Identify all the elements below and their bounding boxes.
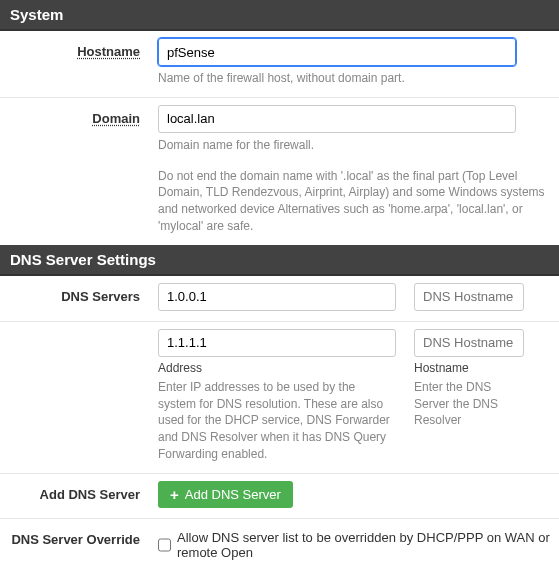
help-hostname: Name of the firewall host, without domai… [158,70,553,87]
hostname-help: Enter the DNS Server the DNS Resolver [414,379,524,429]
row-dns-servers-2: Address Enter IP addresses to be used by… [0,321,559,473]
row-hostname: Hostname Name of the firewall host, with… [0,31,559,97]
field-dns-servers [152,283,559,321]
dns-row-0 [158,283,553,311]
plus-icon: + [170,487,179,502]
field-add-dns: + Add DNS Server [152,481,559,518]
override-checkbox-label: Allow DNS server list to be overridden b… [177,530,553,560]
row-override: DNS Server Override Allow DNS server lis… [0,518,559,567]
note-domain: Do not end the domain name with '.local'… [158,168,553,235]
panel-header-dns: DNS Server Settings [0,245,559,276]
dns-ip-input-0[interactable] [158,283,396,311]
help-domain: Domain name for the firewall. [158,137,553,154]
label-hostname: Hostname [0,38,152,97]
hostname-sublabel: Hostname [414,361,524,375]
override-checkbox[interactable] [158,538,171,552]
label-add-dns: Add DNS Server [0,481,152,518]
label-override: DNS Server Override [0,526,152,567]
address-help: Enter IP addresses to be used by the sys… [158,379,396,463]
hostname-input[interactable] [158,38,516,66]
row-dns-servers: DNS Servers [0,276,559,321]
field-override: Allow DNS server list to be overridden b… [152,526,559,567]
domain-input[interactable] [158,105,516,133]
row-domain: Domain Domain name for the firewall. Do … [0,97,559,245]
dns-hostname-input-0[interactable] [414,283,524,311]
add-dns-server-button[interactable]: + Add DNS Server [158,481,293,508]
dns-hostname-input-1[interactable] [414,329,524,357]
override-checkbox-row: Allow DNS server list to be overridden b… [158,526,553,560]
label-dns-servers: DNS Servers [0,283,152,321]
row-add-dns: Add DNS Server + Add DNS Server [0,473,559,518]
field-domain: Domain name for the firewall. Do not end… [152,105,559,245]
field-hostname: Name of the firewall host, without domai… [152,38,559,97]
add-dns-button-label: Add DNS Server [185,487,281,502]
address-sublabel: Address [158,361,396,375]
label-dns-servers-2 [0,329,152,473]
field-dns-servers-2: Address Enter IP addresses to be used by… [152,329,559,473]
dns-ip-input-1[interactable] [158,329,396,357]
panel-header-system: System [0,0,559,31]
dns-row-1: Address Enter IP addresses to be used by… [158,329,553,463]
label-domain: Domain [0,105,152,245]
